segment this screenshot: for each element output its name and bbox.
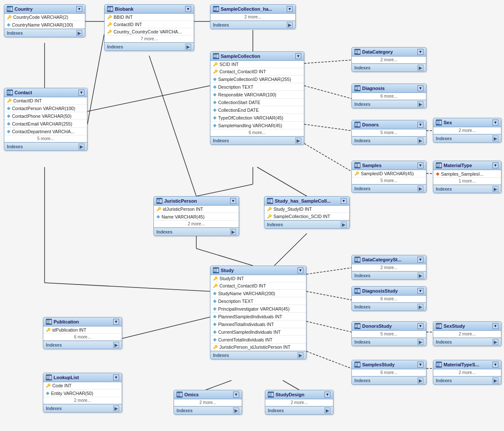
table-collapse-button[interactable]: ▼: [78, 90, 84, 96]
table-title-studydesign: StudyDesign: [276, 392, 304, 397]
indexes-expand-button[interactable]: ▶: [78, 144, 84, 150]
table-header-study: Study▼: [210, 266, 306, 275]
svg-rect-94: [355, 325, 356, 326]
indexes-expand-button[interactable]: ▶: [417, 377, 423, 383]
indexes-label: Indexes: [267, 222, 283, 227]
table-collapse-button[interactable]: ▼: [185, 6, 191, 12]
table-collapse-button[interactable]: ▼: [233, 392, 239, 398]
table-studydesign[interactable]: StudyDesign▼2 more...Indexes▶: [265, 390, 333, 415]
table-biobank[interactable]: Biobank▼🔑BBID INT🔑ContactID INT🔑Country_…: [104, 4, 194, 51]
table-fields-samplecollection: 🔑SCID INT🔑Contact_ContactID INT◆SampleCo…: [210, 61, 304, 129]
table-materialtypes[interactable]: MaterialTypeS...▼2 more...Indexes▶: [433, 360, 501, 385]
table-samplesstudy[interactable]: SamplesStudy▼6 more...Indexes▶: [351, 360, 426, 385]
indexes-expand-button[interactable]: ▶: [297, 352, 303, 358]
table-type-icon: [46, 374, 52, 380]
table-lookuplist[interactable]: LookupList▼🔑Code INT◆Entity VARCHAR(50)2…: [43, 373, 122, 413]
table-collapse-button[interactable]: ▼: [76, 6, 82, 12]
indexes-expand-button[interactable]: ▶: [492, 377, 498, 383]
table-samples[interactable]: Samples▼🔑SamplesID VARCHAR(45)5 more...I…: [351, 161, 426, 193]
indexes-expand-button[interactable]: ▶: [417, 272, 423, 278]
indexes-expand-button[interactable]: ▶: [230, 229, 236, 235]
indexes-expand-button[interactable]: ▶: [287, 22, 293, 28]
indexes-expand-button[interactable]: ▶: [492, 339, 498, 345]
table-field-row: ◆ContactDepartment VARCHA...: [4, 128, 87, 135]
table-diagnosisstudy[interactable]: DiagnosisStudy▼6 more...Indexes▶: [351, 286, 426, 311]
indexes-expand-button[interactable]: ▶: [492, 135, 498, 141]
field-name: Description TEXT: [218, 84, 253, 90]
table-samplecollection_ha[interactable]: SampleCollection_ha...▼2 more...Indexes▶: [210, 4, 296, 29]
indexes-expand-button[interactable]: ▶: [417, 101, 423, 107]
table-footer-country: Indexes▶: [4, 29, 85, 37]
table-collapse-button[interactable]: ▼: [417, 162, 423, 168]
diamond-icon: ◆: [213, 306, 216, 311]
indexes-expand-button[interactable]: ▶: [324, 407, 330, 413]
more-rows-indicator: 6 more...: [210, 129, 304, 136]
indexes-expand-button[interactable]: ▶: [185, 44, 191, 50]
table-collapse-button[interactable]: ▼: [341, 198, 347, 204]
table-diagnosis[interactable]: Diagnosis▼6 more...Indexes▶: [351, 84, 426, 108]
diamond-icon: ◆: [213, 290, 216, 296]
table-datacategory[interactable]: DataCategory▼2 more...Indexes▶: [351, 47, 426, 72]
indexes-expand-button[interactable]: ▶: [417, 304, 423, 310]
table-collapse-button[interactable]: ▼: [113, 319, 119, 325]
indexes-expand-button[interactable]: ▶: [417, 138, 423, 144]
table-collapse-button[interactable]: ▼: [324, 392, 330, 398]
indexes-expand-button[interactable]: ▶: [113, 342, 119, 348]
table-collapse-button[interactable]: ▼: [492, 120, 498, 126]
table-collapse-button[interactable]: ▼: [492, 362, 498, 368]
table-study[interactable]: Study▼🔑StudyID INT🔑Contact_ContactID INT…: [210, 266, 306, 359]
table-collapse-button[interactable]: ▼: [417, 85, 423, 91]
indexes-expand-button[interactable]: ▶: [417, 186, 423, 192]
table-collapse-button[interactable]: ▼: [417, 323, 423, 329]
indexes-expand-button[interactable]: ▶: [492, 186, 498, 192]
table-collapse-button[interactable]: ▼: [417, 288, 423, 294]
table-country[interactable]: Country▼🔑CountryCode VARCHAR(2)◆CountryN…: [4, 4, 85, 37]
svg-rect-42: [213, 55, 215, 56]
field-name: TypeOfCollection VARCHAR(45): [218, 115, 283, 120]
table-publication[interactable]: Publication▼🔑idPublication INT6 more...I…: [43, 317, 122, 349]
table-collapse-button[interactable]: ▼: [297, 267, 303, 273]
table-sex[interactable]: Sex▼2 more...Indexes▶: [433, 118, 501, 143]
table-collapse-button[interactable]: ▼: [492, 162, 498, 168]
table-donors[interactable]: Donors▼5 more...Indexes▶: [351, 120, 426, 145]
table-fields-study: 🔑StudyID INT🔑Contact_ContactID INT◆Study…: [210, 275, 306, 351]
table-collapse-button[interactable]: ▼: [287, 6, 293, 12]
table-sexstudy[interactable]: SexStudy▼2 more...Indexes▶: [433, 321, 501, 346]
more-rows-indicator: 7 more...: [105, 36, 194, 42]
table-collapse-button[interactable]: ▼: [113, 374, 119, 380]
table-collapse-button[interactable]: ▼: [417, 257, 423, 263]
indexes-expand-button[interactable]: ▶: [417, 339, 423, 345]
table-collapse-button[interactable]: ▼: [417, 362, 423, 368]
indexes-expand-button[interactable]: ▶: [295, 138, 301, 144]
table-datacategoryst[interactable]: DataCategorySt...▼2 more...Indexes▶: [351, 255, 426, 280]
table-collapse-button[interactable]: ▼: [230, 198, 236, 204]
field-name: ContactEmail VARCHAR(255): [12, 121, 72, 126]
indexes-label: Indexes: [436, 378, 452, 383]
table-collapse-button[interactable]: ▼: [492, 323, 498, 329]
table-donorsstudy[interactable]: DonorsStudy▼5 more...Indexes▶: [351, 321, 426, 346]
diamond-icon: ◆: [213, 107, 216, 113]
table-footer-samplecollection_ha: Indexes▶: [210, 21, 295, 29]
table-collapse-button[interactable]: ▼: [417, 122, 423, 128]
svg-rect-67: [438, 164, 439, 165]
indexes-label: Indexes: [7, 31, 23, 36]
table-materialtype[interactable]: MaterialType▼◆Samples_SamplesI...1 more.…: [433, 161, 501, 193]
table-juristicperson[interactable]: JuristicPerson▼🔑idJuristicPerson INT◆Nam…: [153, 196, 239, 236]
indexes-expand-button[interactable]: ▶: [417, 65, 423, 71]
table-samplecollection[interactable]: SampleCollection▼🔑SCID INT🔑Contact_Conta…: [210, 51, 304, 145]
diamond-icon: ◆: [213, 123, 216, 128]
table-collapse-button[interactable]: ▼: [417, 49, 423, 55]
diamond-icon: ◆: [7, 113, 10, 119]
table-field-row: ◆Name VARCHAR(45): [154, 213, 239, 221]
indexes-expand-button[interactable]: ▶: [113, 405, 119, 411]
svg-rect-47: [356, 51, 357, 52]
table-study_has_samplecoll[interactable]: Study_has_SampleColl...▼🔑Study_StudyID I…: [264, 196, 350, 229]
indexes-label: Indexes: [436, 187, 452, 192]
table-contact[interactable]: Contact▼🔑ContactID INT◆ContactPerson VAR…: [4, 88, 87, 151]
table-omics[interactable]: Omics▼2 more...Indexes▶: [174, 390, 242, 415]
table-collapse-button[interactable]: ▼: [295, 53, 301, 59]
indexes-expand-button[interactable]: ▶: [76, 30, 82, 36]
indexes-expand-button[interactable]: ▶: [341, 221, 347, 227]
key-icon: 🔑: [107, 30, 112, 34]
indexes-expand-button[interactable]: ▶: [233, 407, 239, 413]
